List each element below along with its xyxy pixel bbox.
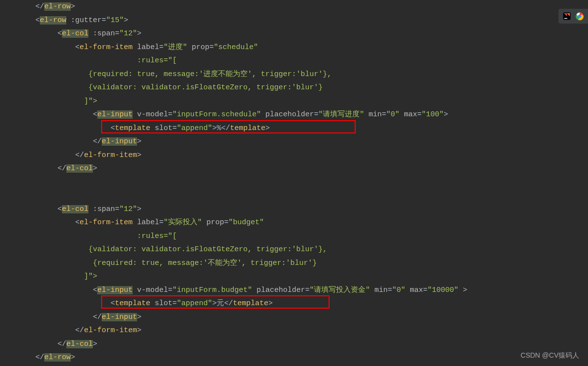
ide-toolbar [559,9,588,24]
svg-rect-1 [564,18,567,19]
intellij-icon[interactable] [561,11,572,22]
watermark-text: CSDN @CV猿码人 [521,349,579,363]
code-editor-view[interactable]: </el-row><el-row :gutter="15"> <el-col :… [0,0,588,365]
chrome-icon[interactable] [574,11,585,22]
